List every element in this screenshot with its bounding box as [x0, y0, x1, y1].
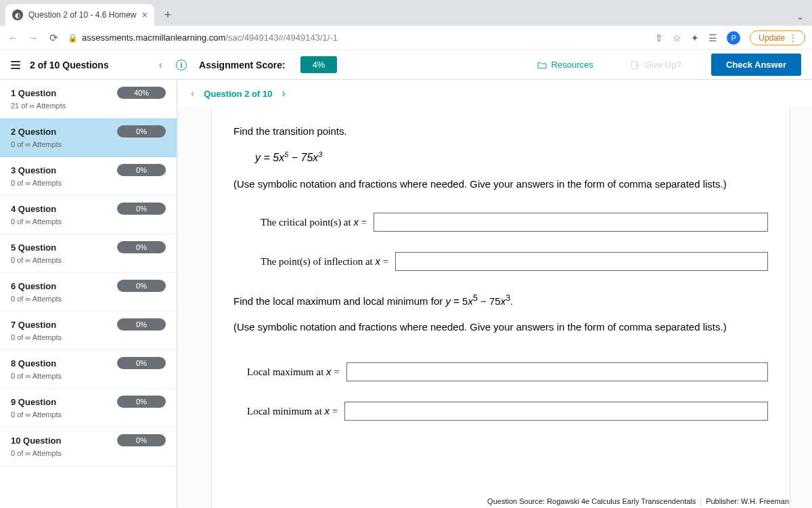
star-icon[interactable]: ☆	[673, 33, 681, 43]
sidebar-item-percent: 0%	[117, 241, 166, 253]
sidebar-item-percent: 0%	[117, 203, 166, 215]
menu-icon[interactable]	[11, 61, 20, 69]
sidebar-item-percent: 0%	[117, 396, 166, 408]
sidebar-item-title: 5 Question	[11, 242, 56, 253]
score-value: 4%	[300, 56, 338, 73]
browser-tab[interactable]: ◐ Question 2 of 10 - 4.6 Homew ×	[5, 4, 154, 26]
sidebar-item-percent: 0%	[117, 434, 166, 446]
sidebar-item-percent: 40%	[117, 87, 166, 99]
sidebar-item-attempts: 0 of ∞ Attempts	[11, 333, 166, 341]
sidebar-item-title: 4 Question	[11, 204, 56, 214]
sidebar-item-percent: 0%	[117, 280, 166, 292]
question-body: Find the transition points. y = 5x5 − 75…	[211, 107, 790, 508]
local-max-input[interactable]	[346, 362, 768, 381]
sidebar-item-title: 1 Question	[11, 88, 56, 98]
resources-button[interactable]: Resources	[530, 56, 600, 74]
sidebar-item-title: 6 Question	[11, 281, 56, 291]
close-icon[interactable]: ×	[142, 10, 148, 20]
sidebar-item-percent: 0%	[117, 164, 166, 176]
profile-avatar[interactable]: P	[727, 31, 740, 45]
questions-count: 2 of 10 Questions	[30, 60, 109, 70]
local-min-input[interactable]	[344, 402, 768, 421]
sidebar-item-title: 3 Question	[11, 165, 56, 175]
info-icon[interactable]: i	[176, 60, 187, 70]
sidebar-item-attempts: 0 of ∞ Attempts	[11, 140, 166, 148]
hint-text-2: (Use symbolic notation and fractions whe…	[233, 319, 768, 335]
app-header: 2 of 10 Questions ‹ i Assignment Score: …	[0, 50, 812, 80]
sidebar-question-10[interactable]: 10 Question0%0 of ∞ Attempts	[0, 427, 177, 466]
sidebar-question-1[interactable]: 1 Question40%21 of ∞ Attempts	[0, 80, 177, 119]
answer-label-critical: The critical point(s) at x =	[261, 214, 367, 230]
sidebar-item-attempts: 0 of ∞ Attempts	[11, 372, 166, 380]
reading-list-icon[interactable]: ☰	[708, 33, 717, 43]
hint-text: (Use symbolic notation and fractions whe…	[233, 176, 768, 192]
content-area: ‹ Question 2 of 10 › Find the transition…	[177, 80, 812, 508]
give-up-button[interactable]: Give Up?	[623, 56, 688, 74]
answer-label-local-min: Local minimum at x =	[247, 403, 338, 419]
question-sidebar: 1 Question40%21 of ∞ Attempts2 Question0…	[0, 80, 177, 508]
answer-label-inflection: The point(s) of inflection at x =	[261, 253, 388, 270]
sidebar-question-9[interactable]: 9 Question0%0 of ∞ Attempts	[0, 389, 177, 427]
sidebar-question-3[interactable]: 3 Question0%0 of ∞ Attempts	[0, 157, 177, 196]
url-field[interactable]: 🔒 assessments.macmillanlearning.com/sac/…	[68, 33, 647, 43]
answer-label-local-max: Local maximum at x =	[247, 364, 340, 380]
sidebar-question-7[interactable]: 7 Question0%0 of ∞ Attempts	[0, 312, 177, 350]
new-tab-button[interactable]: +	[158, 5, 177, 24]
sidebar-question-5[interactable]: 5 Question0%0 of ∞ Attempts	[0, 234, 177, 273]
sidebar-item-percent: 0%	[117, 318, 166, 331]
sidebar-item-attempts: 0 of ∞ Attempts	[11, 449, 166, 457]
critical-points-input[interactable]	[374, 213, 768, 232]
sidebar-item-attempts: 0 of ∞ Attempts	[11, 295, 166, 303]
forward-icon[interactable]: →	[27, 32, 39, 43]
prompt-text-2: Find the local maximum and local minimum…	[233, 291, 768, 310]
score-label: Assignment Score:	[199, 60, 286, 70]
tab-title: Question 2 of 10 - 4.6 Homew	[28, 10, 137, 20]
sidebar-item-attempts: 21 of ∞ Attempts	[11, 102, 166, 110]
sidebar-item-attempts: 0 of ∞ Attempts	[11, 217, 166, 226]
folder-icon	[537, 60, 547, 70]
sidebar-question-8[interactable]: 8 Question0%0 of ∞ Attempts	[0, 350, 177, 389]
sidebar-item-title: 2 Question	[11, 127, 56, 137]
extensions-icon[interactable]: ✦	[691, 33, 699, 43]
sidebar-item-title: 9 Question	[11, 397, 56, 407]
sidebar-item-attempts: 0 of ∞ Attempts	[11, 410, 166, 419]
lock-icon: 🔒	[68, 33, 78, 43]
update-button[interactable]: Update⋮	[750, 30, 805, 45]
browser-urlbar: ← → ⟳ 🔒 assessments.macmillanlearning.co…	[0, 26, 812, 50]
sidebar-item-attempts: 0 of ∞ Attempts	[11, 179, 166, 187]
prev-question-icon[interactable]: ‹	[191, 87, 194, 100]
share-icon[interactable]: ⇧	[655, 33, 663, 43]
sidebar-item-title: 8 Question	[11, 358, 56, 368]
browser-tabbar: ◐ Question 2 of 10 - 4.6 Homew × + ⌄	[0, 0, 812, 26]
sidebar-item-percent: 0%	[117, 357, 166, 369]
sidebar-question-6[interactable]: 6 Question0%0 of ∞ Attempts	[0, 273, 177, 312]
collapse-sidebar-icon[interactable]: ‹	[159, 59, 162, 71]
sidebar-item-percent: 0%	[117, 125, 166, 137]
next-question-icon[interactable]: ›	[281, 87, 285, 100]
inflection-points-input[interactable]	[395, 252, 768, 271]
question-nav: ‹ Question 2 of 10 ›	[177, 80, 812, 107]
reload-icon[interactable]: ⟳	[47, 32, 60, 44]
back-icon[interactable]: ←	[7, 32, 19, 43]
prompt-text: Find the transition points.	[233, 123, 768, 140]
check-answer-button[interactable]: Check Answer	[711, 54, 801, 76]
tab-favicon: ◐	[12, 9, 23, 20]
question-footer: Question Source: Rogawski 4e Calculus Ea…	[487, 497, 789, 505]
sidebar-question-4[interactable]: 4 Question0%0 of ∞ Attempts	[0, 196, 177, 234]
question-nav-label: Question 2 of 10	[204, 89, 272, 99]
sidebar-item-title: 7 Question	[11, 320, 56, 330]
tab-overflow-icon[interactable]: ⌄	[796, 12, 804, 26]
equation: y = 5x5 − 75x3	[233, 149, 768, 167]
sidebar-question-2[interactable]: 2 Question0%0 of ∞ Attempts	[0, 119, 177, 157]
sidebar-item-title: 10 Question	[11, 436, 61, 446]
sidebar-item-attempts: 0 of ∞ Attempts	[11, 256, 166, 264]
exit-icon	[630, 60, 641, 70]
